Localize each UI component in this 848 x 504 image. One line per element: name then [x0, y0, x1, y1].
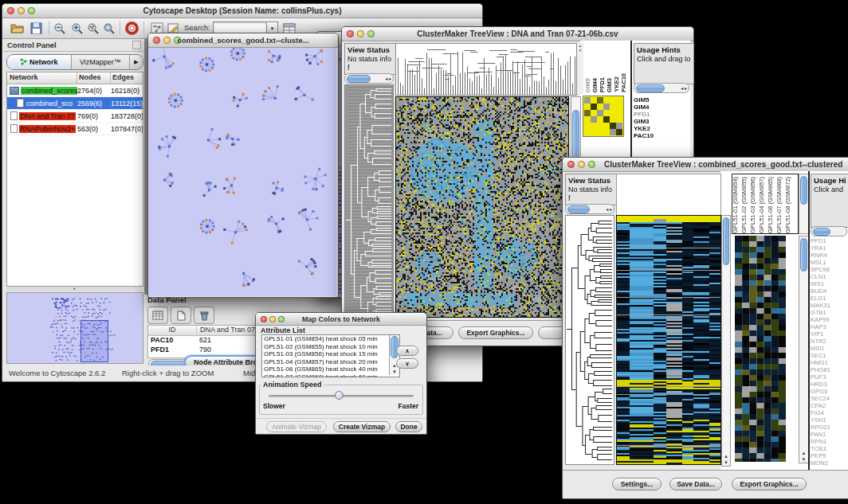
gene-label[interactable]: SEC24 — [811, 395, 847, 402]
move-down-button[interactable]: ∨ — [396, 358, 418, 369]
attribute-list-item[interactable]: GPL51-02 (GSM855) heat shock 10 min — [264, 343, 399, 351]
tv2-heatmap-vscrollbar[interactable]: ▲ ▼ — [721, 215, 731, 467]
scroll-down-arrow[interactable]: ▼ — [722, 460, 730, 466]
attribute-list-item[interactable]: GPL51-03 (GSM856) heat shock 15 min — [264, 350, 399, 358]
gene-label[interactable]: RPO21 — [811, 424, 847, 431]
gene-label[interactable]: BUD4 — [811, 287, 847, 295]
gene-label[interactable]: FIG4 — [811, 409, 847, 416]
gene-label[interactable]: ELG1 — [811, 295, 847, 302]
create-vizmap-button[interactable]: Create Vizmap — [333, 421, 391, 432]
scroll-up-arrow[interactable]: ▲ — [799, 451, 808, 456]
minimize-icon[interactable] — [578, 161, 585, 168]
gene-label[interactable]: NTR2 — [811, 338, 847, 345]
col-nodes[interactable]: Nodes — [77, 72, 111, 84]
network-table-row[interactable]: combined_scores 2764(0) 16218(0) — [7, 84, 143, 97]
animate-vizmap-button[interactable]: Animate Vizmap — [266, 421, 327, 432]
treeview1-titlebar[interactable]: ClusterMaker TreeView : DNA and Tran 07-… — [342, 27, 693, 41]
save-data-button[interactable]: Save Data... — [669, 478, 722, 490]
row-label[interactable]: GIM5 — [634, 96, 673, 104]
gene-label[interactable]: GTB1 — [811, 309, 847, 316]
zoom-out-icon[interactable] — [52, 21, 68, 36]
tv1-strip-arrows[interactable]: ▴▾ — [577, 43, 583, 94]
attribute-list-item[interactable]: GPL51-01 (GSM854) heat shock 05 min — [264, 335, 399, 343]
scrollbar-thumb[interactable] — [347, 75, 371, 83]
tv1-global-thumbnail[interactable] — [583, 96, 624, 137]
gene-label[interactable]: HAP3 — [811, 323, 847, 330]
gene-label[interactable]: VIP1 — [811, 330, 847, 338]
tv1-dendro-hscrollbar[interactable]: ◂ ▸ — [344, 73, 394, 84]
gene-label[interactable]: NIS1 — [811, 280, 847, 287]
zoom-window-icon[interactable] — [278, 316, 285, 322]
close-icon[interactable] — [261, 316, 267, 322]
scroll-down-arrow[interactable]: ▼ — [390, 369, 399, 375]
scroll-down-arrow[interactable]: ▼ — [799, 457, 808, 463]
network1-canvas[interactable] — [148, 48, 336, 296]
gene-label[interactable]: RPN1 — [811, 438, 847, 445]
gene-label[interactable]: SEC1 — [811, 352, 847, 359]
treeview2-titlebar[interactable]: ClusterMaker TreeView : combined_scores_… — [563, 158, 848, 172]
data-col-id[interactable]: ID — [148, 326, 197, 335]
tv1-labels-hscrollbar[interactable]: ◂ ▸ — [634, 83, 689, 93]
gene-label[interactable]: GPI16 — [811, 388, 847, 395]
gene-label[interactable]: MON2 — [811, 459, 847, 467]
network-table-row[interactable]: combined_sco 2569(6) 13112(15) — [7, 97, 143, 110]
gene-label[interactable]: PUF3 — [811, 373, 847, 381]
speed-slider-thumb[interactable] — [335, 391, 344, 400]
gene-label[interactable]: PAN1 — [811, 431, 847, 438]
tv2-row-dendrogram[interactable] — [565, 215, 614, 465]
gene-label[interactable]: YSH1 — [811, 416, 847, 424]
row-label[interactable]: PFD1 — [634, 111, 673, 118]
save-session-icon[interactable] — [28, 21, 44, 36]
minimize-icon[interactable] — [357, 30, 364, 37]
tv2-dendro-hscrollbar[interactable]: ◂ ▸ — [565, 204, 614, 214]
scroll-up-arrow[interactable]: ▲ — [722, 454, 730, 459]
zoom-fit-icon[interactable] — [101, 21, 117, 36]
open-session-icon[interactable] — [9, 21, 25, 36]
settings-button[interactable]: Settings... — [612, 478, 662, 490]
tv1-heatmap[interactable] — [395, 96, 569, 318]
new-attribute-icon[interactable] — [171, 307, 191, 324]
tab-overflow-button[interactable]: ▶ — [129, 55, 143, 69]
scrollbar-thumb[interactable] — [567, 205, 590, 213]
attribute-list-item[interactable]: GPL51-04 (GSM857) heat shock 20 min — [264, 358, 399, 366]
close-icon[interactable] — [7, 7, 14, 14]
gene-label[interactable]: SPC98 — [811, 266, 847, 273]
zoom-window-icon[interactable] — [28, 7, 35, 14]
minimize-icon[interactable] — [269, 316, 276, 322]
gene-label[interactable]: PHO81 — [811, 366, 847, 373]
network1-titlebar[interactable]: combined_scores_good.txt--cluste... — [148, 33, 338, 48]
row-label[interactable]: YKE2 — [634, 125, 673, 132]
zoom-selected-icon[interactable] — [85, 21, 101, 36]
gene-label[interactable]: MAK31 — [811, 302, 847, 309]
column-label[interactable]: GPL51-08 (GSM872) — [785, 177, 794, 233]
done-button[interactable]: Done — [395, 421, 422, 432]
tab-network[interactable]: Network — [7, 55, 72, 69]
move-up-button[interactable]: ∧ — [396, 346, 418, 356]
gene-label[interactable]: TCB3 — [811, 445, 847, 452]
network-table-row[interactable]: DNA and Tran 07 769(0) 183728(0) — [7, 110, 143, 123]
tv2-heatmap[interactable] — [616, 215, 721, 465]
network-table-row[interactable]: RNAPuberNov2+ 563(0) 107847(0) — [7, 123, 143, 135]
select-attributes-icon[interactable] — [147, 307, 168, 324]
gene-label[interactable]: YRA1 — [811, 244, 847, 252]
gene-label[interactable]: CLN1 — [811, 273, 847, 280]
gene-label[interactable]: KAP95 — [811, 316, 847, 323]
gene-label[interactable]: PEP5 — [811, 452, 847, 459]
scroll-arrows[interactable]: ◂ ▸ — [681, 85, 689, 91]
gene-label[interactable]: PFD1 — [811, 237, 847, 244]
scroll-arrows[interactable]: ◂ ▸ — [606, 206, 614, 212]
float-panel-icon[interactable] — [132, 41, 141, 49]
attribute-list-item[interactable]: GPL51-06 (GSM865) heat shock 40 min — [264, 365, 399, 373]
close-icon[interactable] — [567, 161, 575, 168]
zoom-window-icon[interactable] — [174, 37, 181, 44]
gene-label[interactable]: RNR4 — [811, 252, 847, 259]
delete-attribute-icon[interactable] — [194, 307, 214, 324]
birdseye-view[interactable] — [6, 292, 143, 364]
col-edges[interactable]: Edges — [111, 72, 143, 84]
tv2-zoom-heatmap[interactable] — [735, 236, 786, 462]
main-titlebar[interactable]: Cytoscape Desktop (Session Name: collins… — [2, 4, 482, 18]
row-label[interactable]: GIM3 — [634, 118, 673, 125]
gene-label[interactable]: HRD3 — [811, 381, 847, 388]
row-label[interactable]: GIM4 — [634, 104, 673, 111]
scrollbar-thumb[interactable] — [813, 228, 830, 236]
